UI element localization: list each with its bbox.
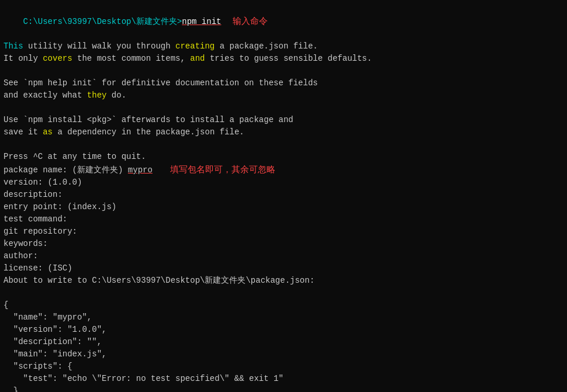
text-it: It only [4,54,43,63]
output-line-1: This utility will walk you through creat… [4,40,563,53]
annotation-package: 填写包名即可，其余可忽略 [170,164,275,174]
output-line-9 [4,138,563,151]
text-and: and [190,54,205,63]
json-scripts: "scripts": { [4,360,563,373]
text-tries: tries to guess sensible defaults. [205,54,372,63]
text-do: do. [106,91,126,100]
text-utility: utility will walk you through [23,41,175,51]
output-line-8: save it as a dependency in the package.j… [4,126,563,138]
output-line-14: entry point: (index.js) [4,201,563,213]
package-name-value: mypro [128,165,153,175]
annotation-input: 输入命令 [233,16,268,26]
prompt-path: C:\Users\93997\Desktop\新建文件夹> [23,17,182,26]
output-line-17: keywords: [4,238,563,250]
json-test: "test": "echo \"Error: no test specified… [4,373,563,385]
text-as: as [43,127,53,137]
output-line-19: license: (ISC) [4,262,563,275]
output-line-15: test command: [4,213,563,226]
prompt-command: npm init [182,17,221,26]
output-line-3 [4,65,563,77]
output-line-13: description: [4,189,563,201]
prompt-line: C:\Users\93997\Desktop\新建文件夹>npm init输入命… [4,2,563,40]
json-name: "name": "mypro", [4,311,563,324]
text-dep: a dependency in the package.json file. [53,127,244,137]
text-save: save it [4,127,43,137]
output-line-4: See `npm help init` for definitive docum… [4,77,563,89]
text-rest1: a package.json file. [215,41,317,51]
output-line-18: author: [4,250,563,262]
output-line-5: and exactly what they do. [4,89,563,102]
output-line-2: It only covers the most common items, an… [4,53,563,65]
text-creating: creating [175,41,215,51]
json-version: "version": "1.0.0", [4,324,563,336]
output-line-7: Use `npm install <pkg>` afterwards to in… [4,114,563,126]
text-this: This [4,41,23,51]
text-most: the most common items, [72,54,191,63]
json-open-brace: { [4,299,563,311]
output-line-11: package name: (新建文件夹) mypro填写包名即可，其余可忽略 [4,163,563,176]
json-scripts-close: }, [4,385,563,392]
json-description: "description": "", [4,336,563,348]
text-and: and exactly what [4,91,87,100]
package-name-container: package name: (新建文件夹) mypro填写包名即可，其余可忽略 [4,163,563,176]
json-main: "main": "index.js", [4,348,563,360]
output-line-12: version: (1.0.0) [4,176,563,189]
output-line-21 [4,287,563,299]
output-line-16: git repository: [4,226,563,238]
output-line-10: Press ^C at any time to quit. [4,151,563,163]
output-line-6 [4,102,563,114]
text-they: they [87,91,107,100]
output-line-20: About to write to C:\Users\93997\Desktop… [4,275,563,287]
text-covers: covers [43,54,72,63]
terminal-window: C:\Users\93997\Desktop\新建文件夹>npm init输入命… [0,0,567,392]
